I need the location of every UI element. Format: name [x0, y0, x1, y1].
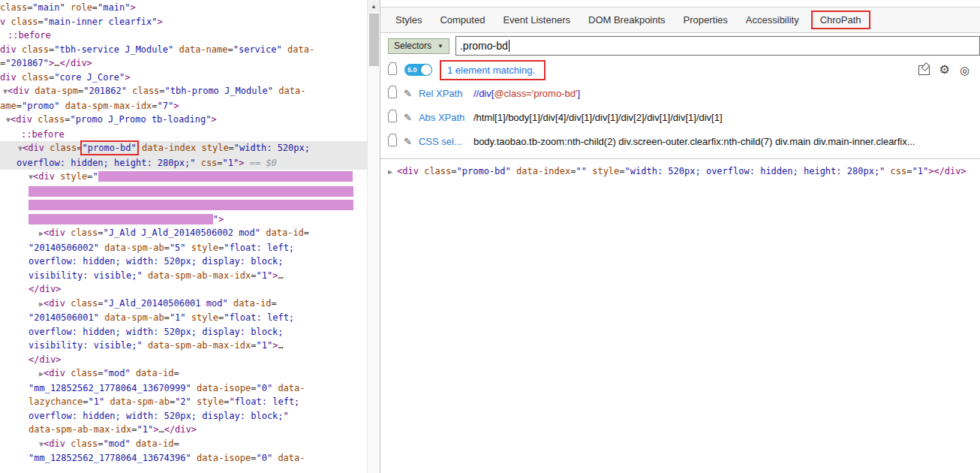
- dom-tree-line[interactable]: visibility: visible;" data-spm-ab-max-id…: [0, 269, 367, 283]
- syntax-token: style: [201, 143, 228, 153]
- tab-properties[interactable]: Properties: [675, 11, 737, 29]
- syntax-token: "float: left;: [229, 396, 299, 407]
- dom-tree-line[interactable]: ="201867">…</div>: [0, 56, 367, 71]
- dom-tree-line[interactable]: overflow: hidden; height: 280px;" css="1…: [0, 156, 367, 170]
- syntax-token: =: [164, 312, 170, 323]
- version-toggle[interactable]: 5.0: [404, 64, 432, 76]
- dom-tree-line[interactable]: div class="tbh-service J_Module" data-na…: [0, 43, 367, 57]
- syntax-token: "201862": [83, 86, 127, 96]
- syntax-token: css: [891, 166, 907, 176]
- tab-accessibility[interactable]: Accessibility: [737, 11, 808, 29]
- xpath-rows: ✎Rel XPath//div[@class='promo-bd']✎Abs X…: [380, 81, 980, 153]
- disclosure-arrow-icon[interactable]: ▶: [388, 167, 397, 176]
- dom-tree-line[interactable]: ▶<div class="mod" data-id=: [0, 366, 367, 381]
- dom-tree-line[interactable]: [0, 185, 367, 199]
- syntax-token: "float: left;: [224, 312, 294, 323]
- dom-tree-line[interactable]: ">: [0, 212, 367, 227]
- dom-tree-line[interactable]: lazychance="1" data-spm-ab="2" style="fl…: [0, 395, 367, 409]
- dom-tree-line[interactable]: ▼<div style=": [0, 170, 367, 185]
- matched-node[interactable]: ▶ <div class="promo-bd" data-index="" st…: [380, 158, 980, 183]
- syntax-token: "main": [98, 2, 130, 13]
- syntax-token: [29, 186, 353, 197]
- selectors-dropdown[interactable]: Selectors ▼: [388, 38, 449, 54]
- css-sel--link[interactable]: CSS sel...: [419, 136, 467, 147]
- dom-tree-line[interactable]: ::before: [0, 128, 367, 142]
- copy-icon[interactable]: [388, 65, 397, 75]
- rel-xpath-link[interactable]: Rel XPath: [419, 88, 467, 99]
- syntax-token: </div>: [164, 424, 197, 435]
- dom-tree-line[interactable]: "mm_12852562_1778064_13670999" data-isop…: [0, 381, 367, 396]
- syntax-token: overflow: hidden; width: 520px; display:…: [29, 411, 289, 421]
- annotation-box: 1 element matching.: [440, 60, 546, 80]
- dom-tree-line[interactable]: visibility: visible;" data-spm-ab-max-id…: [0, 339, 367, 353]
- tab-computed[interactable]: Computed: [431, 11, 494, 29]
- syntax-token: data-spm: [35, 86, 78, 96]
- syntax-token: style: [592, 166, 619, 176]
- dom-tree-line[interactable]: ▶<div class="J_Ald J_Ald_20140506002 mod…: [0, 226, 367, 241]
- copy-icon[interactable]: [388, 112, 397, 122]
- dom-tree-line[interactable]: overflow: hidden; width: 520px; display:…: [0, 325, 367, 339]
- dom-tree-line[interactable]: ::before: [0, 29, 367, 43]
- syntax-token: data-: [278, 86, 305, 96]
- xpath-value[interactable]: body.taobao.tb-zoom:nth-child(2) div.scr…: [473, 136, 915, 147]
- syntax-token: class: [22, 72, 49, 83]
- dom-tree-line[interactable]: "mm_12852562_1778064_13674396" data-isop…: [0, 451, 367, 465]
- scrollbar[interactable]: ▲: [367, 0, 380, 473]
- syntax-token: [228, 298, 233, 309]
- syntax-token: class: [50, 143, 77, 153]
- copy-icon[interactable]: [388, 136, 397, 146]
- selector-input[interactable]: .promo-bd: [455, 36, 980, 56]
- circle-arrow-icon[interactable]: ◎: [960, 65, 969, 76]
- dom-tree-line[interactable]: </div>: [0, 282, 367, 297]
- dom-tree-line[interactable]: "20140506001" data-spm-ab="1" style="flo…: [0, 311, 367, 325]
- dom-tree-line[interactable]: ▼<div class="mod" data-id=: [0, 437, 367, 452]
- dom-tree-line[interactable]: v class="main-inner clearfix">: [0, 15, 367, 29]
- dom-tree-line[interactable]: overflow: hidden; width: 520px; display:…: [0, 409, 367, 423]
- edit-pencil-icon[interactable]: ✎: [404, 136, 412, 147]
- dom-tree-line[interactable]: overflow: hidden; width: 520px; display:…: [0, 255, 367, 269]
- xpath-value[interactable]: /html[1]/body[1]/div[4]/div[1]/div[1]/di…: [473, 112, 723, 123]
- tab-event-listeners[interactable]: Event Listeners: [494, 11, 579, 29]
- xpath-value[interactable]: //div[@class='promo-bd']: [473, 88, 580, 99]
- syntax-token: =: [451, 166, 456, 176]
- xpath-value-token: @class='promo-bd': [494, 88, 577, 99]
- syntax-token: ::before: [21, 129, 65, 140]
- tab-chropath[interactable]: ChroPath: [811, 11, 870, 29]
- abs-xpath-link[interactable]: Abs XPath: [419, 112, 467, 123]
- syntax-token: [29, 214, 213, 224]
- dom-tree-line[interactable]: class="main" role="main">: [0, 1, 367, 15]
- dom-tree-line[interactable]: ▶<div class="J_Ald_20140506001 mod" data…: [0, 297, 367, 312]
- syntax-token: [195, 158, 200, 168]
- dom-tree-line[interactable]: "20140506002" data-spm-ab="5" style="flo…: [0, 241, 367, 255]
- syntax-token: [131, 438, 136, 449]
- syntax-token: =: [304, 227, 309, 238]
- edit-pencil-icon[interactable]: ✎: [404, 112, 412, 123]
- xpath-value-token: //div[: [473, 88, 494, 99]
- syntax-token: =: [98, 298, 103, 309]
- copy-icon[interactable]: [388, 88, 397, 98]
- tab-dom-breakpoints[interactable]: DOM Breakpoints: [579, 11, 675, 29]
- open-in-editor-icon[interactable]: [918, 65, 930, 75]
- dom-tree-line[interactable]: data-spm-ab-max-idx="1">…</div>: [0, 423, 367, 437]
- syntax-token: "20140506001": [29, 312, 99, 323]
- tab-styles[interactable]: Styles: [386, 11, 431, 29]
- gear-icon[interactable]: ⚙: [939, 64, 950, 76]
- dom-tree-line[interactable]: ▼<div class="promo-bd" data-index style=…: [0, 141, 367, 156]
- dom-tree-line[interactable]: ▼<div data-spm="201862" class="tbh-promo…: [0, 84, 367, 99]
- dom-tree-line[interactable]: div class="core J_Core">: [0, 71, 367, 85]
- scrollbar-thumb[interactable]: [369, 14, 379, 66]
- edit-pencil-icon[interactable]: ✎: [404, 88, 412, 99]
- dom-tree-line[interactable]: </div>: [0, 353, 367, 367]
- dom-tree-line[interactable]: [0, 198, 367, 212]
- syntax-token: data-isope: [197, 383, 251, 393]
- syntax-token: data-id: [136, 438, 174, 449]
- dom-tree-line[interactable]: ame="promo" data-spm-max-idx="7">: [0, 99, 367, 113]
- syntax-token: [98, 171, 353, 182]
- scroll-up-button[interactable]: ▲: [368, 0, 380, 12]
- dom-tree-line[interactable]: ▼<div class="promo J_Promo tb-loading">: [0, 113, 367, 128]
- syntax-token: data-spm-max-idx: [65, 101, 152, 111]
- sidebar-panel: StylesComputedEvent ListenersDOM Breakpo…: [380, 0, 980, 473]
- syntax-token: >: [239, 158, 244, 168]
- syntax-token: == $0: [245, 158, 277, 168]
- syntax-token: "main": [32, 2, 65, 13]
